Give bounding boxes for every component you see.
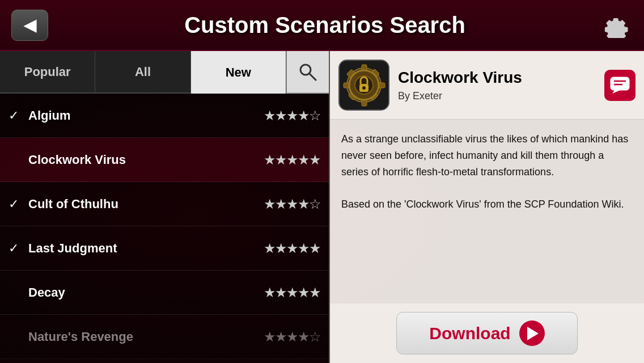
scenario-name: Clockwork Virus	[28, 153, 264, 167]
detail-title-section: Clockwork Virus By Exeter	[398, 68, 596, 102]
scenario-name: Decay	[28, 285, 264, 300]
message-icon	[610, 77, 630, 94]
star-rating: ★★★★☆	[264, 108, 320, 124]
star-rating: ★★★★★	[264, 152, 320, 168]
list-item[interactable]: Clockwork Virus ★★★★★	[0, 138, 329, 182]
check-icon: ✓	[9, 241, 26, 256]
check-icon: ✓	[9, 197, 26, 212]
message-button[interactable]	[604, 70, 635, 101]
left-panel: Popular All New ✓ Algium ★★★★	[0, 51, 329, 363]
svg-line-1	[310, 74, 316, 80]
play-triangle-icon	[527, 327, 539, 340]
right-panel: Clockwork Virus By Exeter As a strange u…	[329, 51, 644, 363]
scenario-name: Cult of Cthulhu	[28, 197, 264, 212]
tab-all[interactable]: All	[95, 51, 190, 94]
back-arrow-icon: ◀	[24, 16, 36, 35]
download-label: Download	[429, 324, 510, 343]
gear-icon	[604, 12, 630, 38]
search-tab[interactable]	[286, 51, 329, 94]
star-rating: ★★★★☆	[264, 329, 320, 345]
scenario-icon	[338, 60, 389, 111]
scenario-list: ✓ Algium ★★★★☆ Clockwork Virus ★★★★★ ✓ C…	[0, 94, 329, 363]
svg-rect-16	[611, 77, 629, 90]
detail-header: Clockwork Virus By Exeter	[330, 51, 644, 120]
tab-popular[interactable]: Popular	[0, 51, 95, 94]
check-icon: ✓	[9, 108, 26, 123]
download-button[interactable]: Download	[396, 312, 578, 354]
scenario-name: Nature's Revenge	[28, 330, 264, 344]
list-item[interactable]: ✓ Last Judgment ★★★★★	[0, 226, 329, 271]
svg-point-15	[362, 86, 366, 90]
detail-footer: Download	[330, 303, 644, 363]
tabs-bar: Popular All New	[0, 51, 329, 94]
settings-button[interactable]	[601, 10, 633, 41]
main-content: Popular All New ✓ Algium ★★★★	[0, 51, 644, 363]
detail-body: As a strange unclassifiable virus the li…	[330, 120, 644, 303]
tab-new[interactable]: New	[191, 51, 286, 94]
detail-title: Clockwork Virus	[398, 68, 596, 87]
page-title: Custom Scenarios Search	[48, 12, 601, 38]
star-rating: ★★★★☆	[264, 196, 320, 212]
list-item[interactable]: Nature's Revenge ★★★★☆	[0, 315, 329, 359]
list-item[interactable]: ✓ Algium ★★★★☆	[0, 94, 329, 138]
scenario-name: Algium	[28, 108, 264, 123]
header: ◀ Custom Scenarios Search	[0, 0, 644, 51]
star-rating: ★★★★★	[264, 240, 320, 256]
scenario-name: Last Judgment	[28, 241, 264, 256]
star-rating: ★★★★★	[264, 285, 320, 301]
detail-description: As a strange unclassifiable virus the li…	[341, 131, 633, 213]
list-item[interactable]: ✓ Cult of Cthulhu ★★★★☆	[0, 182, 329, 226]
list-item[interactable]: Decay ★★★★★	[0, 271, 329, 315]
back-button[interactable]: ◀	[11, 10, 48, 41]
detail-author: By Exeter	[398, 90, 596, 102]
search-icon	[298, 62, 318, 82]
download-play-icon	[519, 320, 545, 346]
